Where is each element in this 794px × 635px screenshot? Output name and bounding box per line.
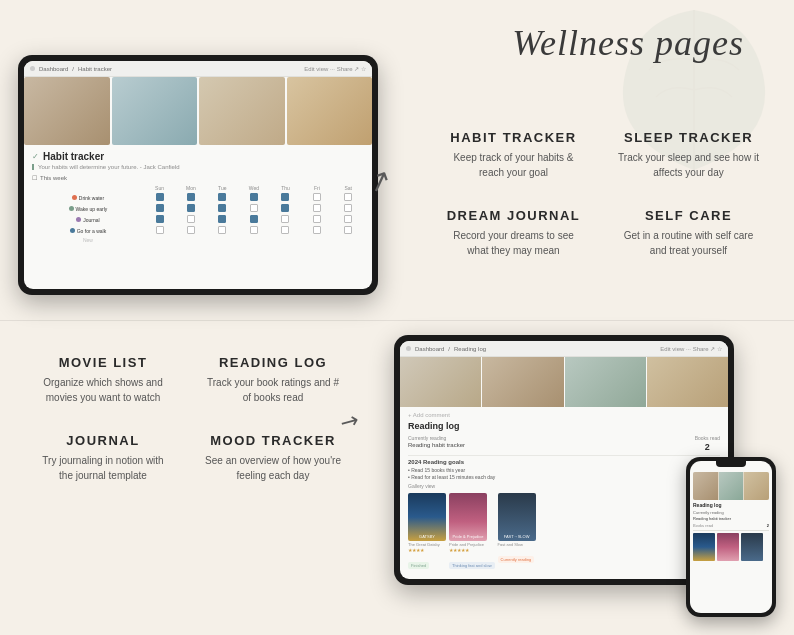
checkbox[interactable] xyxy=(250,204,258,212)
phone-currently-reading: Currently reading xyxy=(693,510,769,515)
col-wed: Wed xyxy=(238,184,270,192)
reading-goal-2: • Read for at least 15 minutes each day xyxy=(408,474,720,480)
col-mon: Mon xyxy=(175,184,206,192)
habit-table: Sun Mon Tue Wed Thu Fri Sat Drink water xyxy=(32,184,364,244)
checkbox[interactable] xyxy=(156,226,164,234)
checkbox[interactable] xyxy=(281,193,289,201)
nav-label-habit: Habit tracker xyxy=(78,66,112,72)
checkbox[interactable] xyxy=(187,215,195,223)
pride-status: Thinking fast and slow xyxy=(449,562,495,569)
checkbox[interactable] xyxy=(218,215,226,223)
bullet-icon: • xyxy=(408,467,410,473)
feature-dream-journal: DREAM JOURNAL Record your dreams to see … xyxy=(426,198,601,276)
checkbox[interactable] xyxy=(218,193,226,201)
nav-sep: / xyxy=(448,346,450,352)
feature-reading-log: READING LOG Track your book ratings and … xyxy=(188,345,358,423)
checkbox[interactable] xyxy=(344,226,352,234)
movie-list-feature-desc: Organize which shows and movies you want… xyxy=(34,375,172,405)
phone-divider xyxy=(693,530,769,531)
features-top: HABIT TRACKER Keep track of your habits … xyxy=(426,120,776,276)
pride-label: Pride & Prejudice xyxy=(451,534,485,539)
calendar-icon: ☐ xyxy=(32,174,37,181)
reading-photo-1 xyxy=(400,357,481,407)
movie-list-feature-title: MOVIE LIST xyxy=(34,355,172,370)
dream-journal-feature-desc: Record your dreams to see what they may … xyxy=(442,228,585,258)
phone-book-2 xyxy=(717,533,739,561)
checkbox[interactable] xyxy=(313,204,321,212)
gallery-view-label: Gallery view xyxy=(408,483,720,489)
gatsby-stars: ★★★★ xyxy=(408,547,446,553)
journal-feature-title: JOURNAL xyxy=(34,433,172,448)
checkbox[interactable] xyxy=(156,215,164,223)
sleep-tracker-feature-title: SLEEP TRACKER xyxy=(617,130,760,145)
habit-tracker-title: Habit tracker xyxy=(43,151,104,162)
reading-photo-3 xyxy=(565,357,646,407)
checkbox[interactable] xyxy=(156,204,164,212)
checkbox[interactable] xyxy=(187,204,195,212)
nav-separator: / xyxy=(72,66,74,72)
sleep-tracker-feature-desc: Track your sleep and see how it affects … xyxy=(617,150,760,180)
checkbox[interactable] xyxy=(281,204,289,212)
feature-mood-tracker: MOOD TRACKER See an overview of how you'… xyxy=(188,423,358,501)
checkbox[interactable] xyxy=(187,226,195,234)
nav-label-dash: Dashboard xyxy=(415,346,444,352)
checkmark-icon: ✓ xyxy=(32,152,39,161)
checkbox[interactable] xyxy=(250,226,258,234)
photo-3 xyxy=(199,77,285,145)
books-read-label: Books read xyxy=(695,435,720,441)
reading-photo-strip xyxy=(400,357,728,407)
gatsby-label: GATSBY xyxy=(410,534,444,539)
photo-4 xyxy=(287,77,373,145)
fast-label: FAST→SLOW xyxy=(500,534,534,539)
checkbox[interactable] xyxy=(313,226,321,234)
feature-journal: JOURNAL Try journaling in notion with th… xyxy=(18,423,188,501)
book-cover-fast: FAST→SLOW xyxy=(498,493,536,541)
mood-tracker-feature-title: MOOD TRACKER xyxy=(204,433,342,448)
reading-divider xyxy=(408,455,720,456)
currently-reading-block: Currently reading Reading habit tracker xyxy=(408,435,687,452)
reading-log-feature-desc: Track your book ratings and # of books r… xyxy=(204,375,342,405)
col-tue: Tue xyxy=(207,184,238,192)
books-read-block: Books read 2 xyxy=(695,435,720,452)
checkbox[interactable] xyxy=(313,193,321,201)
checkbox[interactable] xyxy=(281,226,289,234)
week-label: ☐ This week xyxy=(32,174,364,181)
reading-goals-title: 2024 Reading goals xyxy=(408,459,720,465)
col-sun: Sun xyxy=(144,184,175,192)
nav-dot-1 xyxy=(30,66,35,71)
col-habit xyxy=(32,184,144,192)
pride-stars: ★★★★★ xyxy=(449,547,495,553)
phone-books-read: Books read2 xyxy=(693,523,769,528)
col-sat: Sat xyxy=(333,184,364,192)
fast-title: Fast and Slow xyxy=(498,542,536,547)
table-row: New xyxy=(32,236,364,244)
book-covers: GATSBY The Great Gatsby ★★★★ Finished Pr… xyxy=(408,493,720,571)
reading-photo-2 xyxy=(482,357,563,407)
checkbox[interactable] xyxy=(281,215,289,223)
reading-log-title: Reading log xyxy=(408,421,720,431)
photo-strip-top xyxy=(24,77,372,145)
photo-2 xyxy=(112,77,198,145)
reading-goal-1: • Read 15 books this year xyxy=(408,467,720,473)
checkbox[interactable] xyxy=(156,193,164,201)
checkbox[interactable] xyxy=(344,193,352,201)
add-comment-label: + Add comment xyxy=(408,412,720,418)
habit-tracker-feature-desc: Keep track of your habits & reach your g… xyxy=(442,150,585,180)
checkbox[interactable] xyxy=(344,204,352,212)
book-item-fast: FAST→SLOW Fast and Slow Currently readin… xyxy=(498,493,536,571)
checkbox[interactable] xyxy=(218,204,226,212)
habit-tracker-content: ✓ Habit tracker Your habits will determi… xyxy=(24,145,372,250)
checkbox[interactable] xyxy=(218,226,226,234)
table-row: Go for a walk xyxy=(32,225,364,236)
habit-tracker-feature-title: HABIT TRACKER xyxy=(442,130,585,145)
checkbox[interactable] xyxy=(187,193,195,201)
phone-reading-title: Reading log xyxy=(693,502,769,508)
checkbox[interactable] xyxy=(313,215,321,223)
dream-journal-feature-title: DREAM JOURNAL xyxy=(442,208,585,223)
habit-quote: Your habits will determine your future. … xyxy=(32,164,364,170)
checkbox[interactable] xyxy=(344,215,352,223)
phone-screen: Reading log Currently reading Reading ha… xyxy=(690,461,772,613)
checkbox[interactable] xyxy=(250,215,258,223)
checkbox[interactable] xyxy=(250,193,258,201)
book-item-gatsby: GATSBY The Great Gatsby ★★★★ Finished xyxy=(408,493,446,571)
